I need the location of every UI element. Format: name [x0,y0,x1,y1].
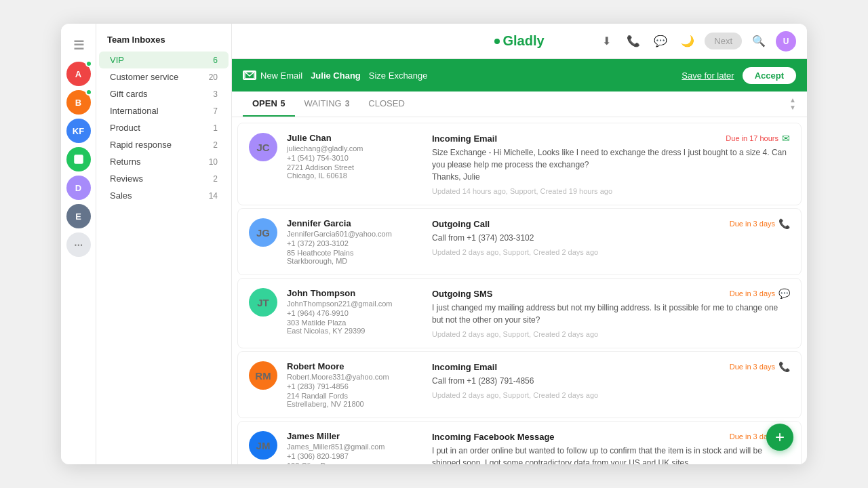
sms-icon: 💬 [778,288,790,299]
tab-open[interactable]: OPEN5 [243,92,295,117]
rail-avatar-6[interactable]: E [66,204,91,228]
conv-due: Due in 3 days 💬 [730,288,790,299]
contact-address2: Estrellaberg, NV 21800 [287,400,422,408]
conv-due: Due in 3 days 📞 [730,218,790,229]
conv-type: Incoming Email [432,362,497,372]
chevron-down[interactable]: ▼ [789,104,796,111]
tabs-chevrons: ▲ ▼ [789,97,796,111]
conv-meta: Updated 2 days ago, Support, Created 2 d… [432,330,790,338]
contact-address2: Starkborough, MD [287,257,422,265]
icon-rail: ☰ A B KF D E ⋯ [61,24,96,464]
sidebar-item-returns[interactable]: Returns10 [99,153,229,170]
sidebar-item-customer-service[interactable]: Customer service20 [99,68,229,85]
sidebar-item-vip[interactable]: VIP6 [99,52,229,68]
contact-info: Julie Chan juliechang@gladly.com +1 (541… [287,133,422,195]
chevron-up[interactable]: ▲ [789,97,796,104]
sidebar-item-label: International [110,106,159,116]
sidebar-item-count: 1 [213,123,218,133]
sidebar-item-label: Reviews [110,174,143,184]
contact-address2: East Nicolas, KY 29399 [287,327,422,335]
sidebar-item-international[interactable]: International7 [99,102,229,119]
header-right: ⬇ 📞 💬 🌙 Next 🔍 U [596,31,796,52]
sidebar-item-count: 10 [209,157,218,167]
conversation-detail: Incoming Email Due in 17 hours ✉ Size Ex… [432,133,790,195]
contact-info: James Miller James_Miller851@gmail.com +… [287,431,422,464]
contact-email: Robert.Moore331@yahoo.com [287,373,422,381]
conversation-list: JC Julie Chan juliechang@gladly.com +1 (… [232,117,807,464]
conversation-detail: Incoming Facebook Message Due in 3 days … [432,431,790,464]
header: Gladly ⬇ 📞 💬 🌙 Next 🔍 U [232,24,807,59]
conv-message: I just changed my mailing address but no… [432,302,790,326]
contact-email: JohnThompson221@gmail.com [287,300,422,308]
rail-avatar-2[interactable]: B [66,90,91,115]
fab-button[interactable]: + [766,424,793,451]
conv-due: Due in 3 days 📞 [730,361,790,372]
phone-icon: 📞 [778,218,790,229]
menu-icon[interactable]: ☰ [66,33,91,58]
sidebar-item-product[interactable]: Product1 [99,119,229,136]
phone-icon: 📞 [778,361,790,372]
contact-phone: +1 (372) 203-3102 [287,239,422,247]
contact-address1: 103 Olive Dr [287,462,422,464]
sidebar-item-gift-cards[interactable]: Gift cards3 [99,85,229,102]
rail-avatar-kf[interactable]: KF [66,119,91,143]
sidebar: Team Inboxes VIP6Customer service20Gift … [96,24,232,464]
conv-header: Incoming Email Due in 17 hours ✉ [432,133,790,144]
avatar: RM [249,361,277,390]
sidebar-item-reviews[interactable]: Reviews2 [99,170,229,187]
tab-label: WAITING [304,98,342,108]
conv-type: Outgoing Call [432,219,490,229]
table-row[interactable]: JT John Thompson JohnThompson221@gmail.c… [237,278,802,348]
tab-waiting[interactable]: WAITING3 [295,92,359,117]
sidebar-item-count: 3 [213,89,218,99]
tabs-row: OPEN5WAITING3CLOSED ▲ ▼ [232,92,807,117]
avatar: JG [249,218,277,247]
conv-header: Outgoing SMS Due in 3 days 💬 [432,288,790,299]
table-row[interactable]: JM James Miller James_Miller851@gmail.co… [237,421,802,464]
table-row[interactable]: JG Jennifer Garcia JenniferGarcia601@yah… [237,208,802,275]
moon-icon[interactable]: 🌙 [677,31,698,52]
sidebar-item-count: 20 [209,73,218,82]
contact-name: Julie Chan [287,133,422,143]
contact-name: Julie Chang [311,70,361,81]
sidebar-item-label: Rapid response [110,140,172,150]
accept-button[interactable]: Accept [743,67,796,84]
email-subject: Size Exchange [369,70,428,81]
conversation-detail: Incoming Email Due in 3 days 📞 Call from… [432,361,790,408]
user-avatar[interactable]: U [776,31,796,52]
rail-avatar-4[interactable] [66,147,91,171]
rail-more[interactable]: ⋯ [66,232,91,257]
conversation-detail: Outgoing SMS Due in 3 days 💬 I just chan… [432,288,790,338]
conv-message: Call from +1 (283) 791-4856 [432,375,790,387]
phone-icon[interactable]: 📞 [623,31,644,52]
save-for-later[interactable]: Save for later [682,70,734,81]
app-logo: Gladly [494,33,544,49]
conv-due: Due in 17 hours ✉ [726,133,790,144]
search-icon[interactable]: 🔍 [749,31,769,52]
avatar: JC [249,133,277,161]
contact-email: JenniferGarcia601@yahoo.com [287,230,422,238]
contact-phone: +1 (541) 754-3010 [287,154,422,162]
rail-avatar-5[interactable]: D [66,176,91,200]
contact-phone: +1 (283) 791-4856 [287,382,422,390]
conv-type: Incoming Email [432,134,497,144]
contact-address1: 2721 Addison Street [287,163,422,171]
download-icon[interactable]: ⬇ [596,31,616,52]
contact-email: juliechang@gladly.com [287,144,422,152]
next-button[interactable]: Next [705,33,742,49]
sidebar-item-sales[interactable]: Sales14 [99,187,229,204]
sidebar-item-label: Sales [110,190,132,201]
avatar: JM [249,431,277,460]
conv-header: Incoming Email Due in 3 days 📞 [432,361,790,372]
contact-address2: Chicago, IL 60618 [287,171,422,180]
table-row[interactable]: RM Robert Moore Robert.Moore331@yahoo.co… [237,351,802,418]
tab-closed[interactable]: CLOSED [359,92,414,117]
tab-count: 5 [281,99,285,108]
chat-icon[interactable]: 💬 [650,31,671,52]
sidebar-item-label: Returns [110,157,141,167]
conv-meta: Updated 2 days ago, Support, Created 2 d… [432,248,790,256]
sidebar-item-rapid-response[interactable]: Rapid response2 [99,136,229,153]
contact-info: Jennifer Garcia JenniferGarcia601@yahoo.… [287,218,422,265]
table-row[interactable]: JC Julie Chan juliechang@gladly.com +1 (… [237,123,802,205]
rail-avatar-1[interactable]: A [66,62,91,86]
